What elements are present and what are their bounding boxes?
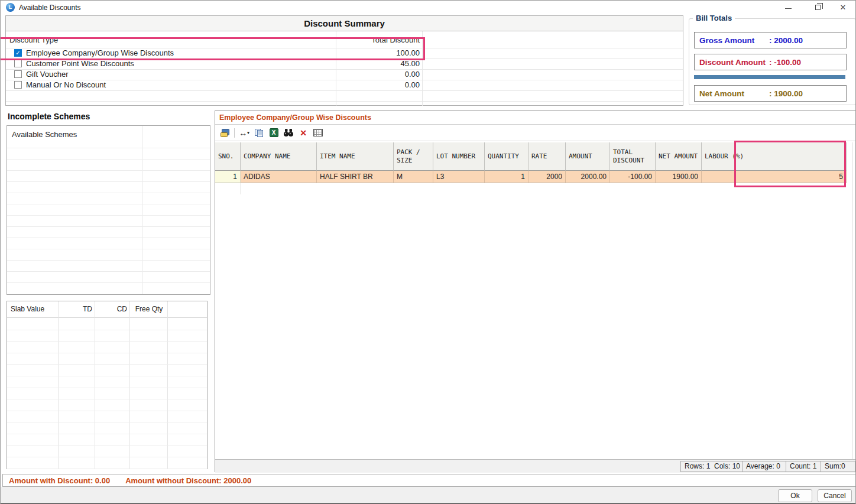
summary-column-divider	[336, 31, 336, 106]
summary-row-line	[6, 90, 683, 91]
grid-cell[interactable]: HALF SHIRT BR	[317, 171, 394, 183]
ok-button[interactable]: Ok	[778, 489, 812, 502]
grid-lines-icon[interactable]	[313, 127, 323, 139]
grid-cell[interactable]: 1900.00	[656, 171, 702, 183]
grid-cell[interactable]: L3	[433, 171, 485, 183]
find-icon[interactable]	[283, 127, 294, 139]
slab-row-line	[7, 446, 207, 446]
schemes-row-line	[7, 226, 210, 227]
slab-row-line	[7, 434, 207, 434]
summary-row-line	[6, 48, 683, 48]
slab-row-line	[7, 353, 207, 353]
fit-column-width-icon[interactable]: ↔▾	[239, 127, 249, 139]
slab-row-line	[7, 399, 207, 399]
grid-cell[interactable]: M	[394, 171, 433, 183]
grid-column-header[interactable]: NET AMOUNT	[656, 142, 702, 171]
slab-column-divider	[58, 301, 59, 469]
discount-type-row[interactable]: Gift Voucher0.00	[6, 69, 683, 80]
grid-column-header[interactable]: AMOUNT	[566, 142, 610, 171]
grid-column-header[interactable]: QUANTITY	[485, 142, 528, 171]
grid-cell[interactable]: ADIDAS	[241, 171, 317, 183]
grid-column-header[interactable]: SNO.	[215, 142, 241, 171]
grid-cell[interactable]: -100.00	[610, 171, 656, 183]
grid-toolbar: ↔▾ X ✕	[215, 125, 855, 141]
discount-detail-grid-panel: Employee Company/Group Wise Discounts ↔▾…	[215, 110, 856, 472]
column-header-discount-type: Discount Type	[9, 35, 58, 45]
title-bar: L Available Discounts ✕	[1, 1, 856, 15]
total-discount-value: 100.00	[335, 48, 420, 57]
total-discount-value: 45.00	[335, 59, 420, 68]
bill-totals-group: Bill Totals Gross Amount : 2000.00 Disco…	[689, 18, 856, 105]
grid-column-header[interactable]: ITEM NAME	[317, 142, 394, 171]
grid-column-header[interactable]: RATE	[528, 142, 566, 171]
slab-column-divider	[95, 301, 95, 469]
restore-button[interactable]	[809, 1, 826, 15]
close-button[interactable]: ✕	[834, 1, 852, 15]
gross-amount-value: : 2000.00	[769, 36, 803, 45]
copy-icon[interactable]	[254, 127, 264, 139]
discount-summary-title: Discount Summary	[6, 16, 683, 31]
minimize-button[interactable]	[779, 1, 797, 15]
available-schemes-header: Available Schemes	[12, 130, 77, 139]
slab-row-line	[7, 388, 207, 388]
discount-type-label: Manual Or No Discount	[26, 80, 106, 89]
slab-column-divider	[167, 301, 168, 469]
grid-cell[interactable]: 2000	[528, 171, 566, 183]
slab-table-panel: Slab ValueTDCDFree Qty	[7, 301, 207, 469]
grid-cell[interactable]: 5	[702, 171, 847, 183]
row-header-divider	[241, 183, 241, 194]
slab-column-header: TD	[59, 305, 92, 313]
grid-cell[interactable]: 1	[485, 171, 528, 183]
discount-type-row[interactable]: Customer Point Wise Discounts45.00	[6, 58, 683, 69]
grid-column-header[interactable]: TOTAL DISCOUNT	[610, 142, 656, 171]
discount-type-checkbox[interactable]	[14, 81, 22, 89]
cancel-button[interactable]: Cancel	[818, 489, 852, 502]
discount-type-checkbox[interactable]	[14, 70, 22, 78]
total-discount-value: 0.00	[335, 70, 420, 79]
discount-type-label: Employee Company/Group Wise Discounts	[26, 48, 174, 57]
discount-type-checkbox[interactable]	[14, 60, 22, 67]
card-view-icon[interactable]	[219, 127, 230, 139]
summary-row-line	[6, 58, 683, 59]
discount-type-checkbox[interactable]: ✓	[14, 49, 22, 57]
toolbar-separator	[234, 128, 235, 138]
schemes-row-line	[7, 260, 210, 261]
schemes-column-divider	[142, 126, 142, 294]
delete-icon[interactable]: ✕	[298, 127, 309, 139]
discount-type-row[interactable]: Manual Or No Discount0.00	[6, 80, 683, 90]
schemes-row-line	[7, 238, 210, 238]
button-bar: Ok Cancel	[1, 487, 856, 503]
grid-status-bar: Rows: 1 Cols: 10 Average: 0 Count: 1 Sum…	[215, 459, 855, 473]
net-amount-value: : 1900.00	[769, 89, 803, 98]
app-icon: L	[6, 3, 15, 12]
discount-summary-panel: Discount Summary Discount Type Total Dis…	[5, 15, 683, 106]
grid-column-header[interactable]: PACK / SIZE	[394, 142, 433, 171]
slab-row-line	[7, 469, 207, 469]
slab-row-line	[7, 330, 207, 330]
slab-row-line	[7, 364, 207, 365]
status-count: Count: 1	[786, 461, 821, 472]
slab-row-line	[7, 411, 207, 411]
grid-column-header[interactable]: LOT NUMBER	[433, 142, 485, 171]
export-excel-icon[interactable]: X	[268, 127, 279, 139]
grid-cell[interactable]: 2000.00	[566, 171, 610, 183]
schemes-row-line	[7, 148, 210, 148]
status-rows-cols: Rows: 1 Cols: 10	[680, 461, 742, 472]
grid-column-header[interactable]: COMPANY NAME	[241, 142, 317, 171]
schemes-row-line	[7, 204, 210, 204]
grid-column-header[interactable]: LABOUR (%)	[702, 142, 847, 171]
slab-header-line	[7, 317, 207, 318]
schemes-row-line	[7, 159, 210, 160]
grid-title: Employee Company/Group Wise Discounts	[215, 111, 855, 125]
grid-cell[interactable]: 1	[215, 171, 241, 183]
summary-row-line	[6, 69, 683, 70]
incomplete-schemes-heading: Incomplete Schemes	[8, 112, 90, 121]
grid-data-row[interactable]: 1ADIDASHALF SHIRT BRML3120002000.00-100.…	[215, 171, 847, 183]
gross-amount-box: Gross Amount : 2000.00	[694, 32, 847, 48]
discount-type-row[interactable]: ✓Employee Company/Group Wise Discounts10…	[6, 48, 683, 58]
amount-without-discount: Amount without Discount: 2000.00	[125, 476, 251, 485]
amount-summary-strip: Amount with Discount: 0.00 Amount withou…	[2, 474, 856, 487]
net-amount-box: Net Amount : 1900.00	[694, 85, 847, 102]
grid-header-row: SNO.COMPANY NAMEITEM NAMEPACK / SIZELOT …	[215, 142, 847, 171]
slab-row-line	[7, 457, 207, 457]
